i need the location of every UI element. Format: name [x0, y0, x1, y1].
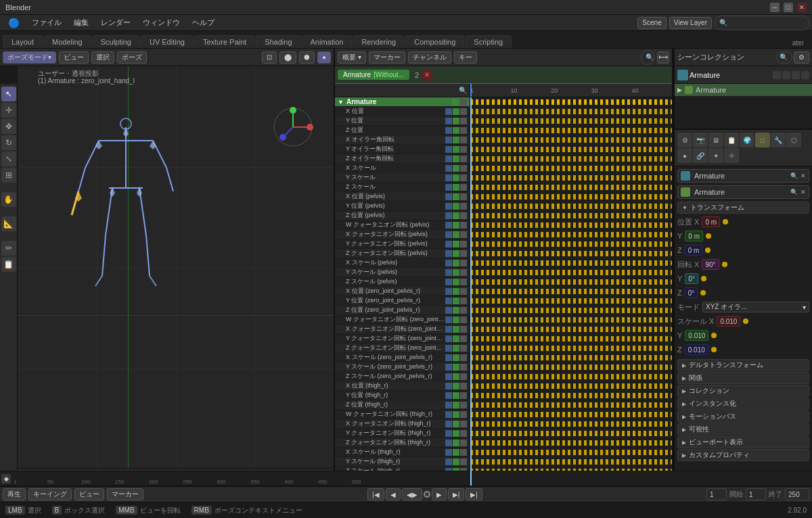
shading-material[interactable]: ⬢: [299, 51, 315, 64]
play-reverse-btn[interactable]: ◀▶: [402, 488, 422, 500]
channel-row[interactable]: Y スケール: [335, 173, 470, 183]
tool-select[interactable]: ↖: [1, 87, 16, 101]
keyframe-row[interactable]: [470, 173, 672, 183]
select-menu[interactable]: 選択: [91, 51, 114, 64]
scale-z-field[interactable]: 0.010: [685, 344, 708, 355]
maximize-btn[interactable]: □: [784, 3, 793, 12]
channel-row[interactable]: Z スケール (zero_joint_pelvis_r): [335, 372, 470, 381]
tool-annotate2[interactable]: 📋: [1, 257, 16, 272]
menu-window[interactable]: ウィンドウ: [137, 16, 185, 29]
tool-grab[interactable]: ✋: [1, 192, 16, 207]
keyframe-row[interactable]: [470, 344, 672, 353]
channel-row[interactable]: Y スケール (thigh_r): [335, 457, 470, 467]
channel-row[interactable]: Z オイラー角回転: [335, 154, 470, 164]
channel-row[interactable]: W クォータニオン回転 (zero_joint_pelvis_r): [335, 315, 470, 325]
keyframe-row[interactable]: [470, 287, 672, 296]
tab-uv-editing[interactable]: UV Editing: [141, 35, 194, 48]
prop-render-icon[interactable]: 📷: [693, 133, 708, 147]
play-btn[interactable]: ▶: [432, 488, 447, 500]
minimize-btn[interactable]: ─: [770, 3, 780, 12]
tool-cursor[interactable]: ✛: [1, 103, 16, 118]
keyframe-row[interactable]: [470, 249, 672, 258]
jump-start-btn[interactable]: |◀: [367, 488, 384, 500]
keyframe-row[interactable]: [470, 126, 672, 135]
channel-row[interactable]: Z クォータニオン回転 (pelvis): [335, 249, 470, 258]
menu-edit[interactable]: 編集: [68, 16, 94, 29]
channel-row[interactable]: Z クォータニオン回転 (zero_joint_pelvis_r): [335, 344, 470, 353]
keyframe-row[interactable]: [470, 277, 672, 287]
rotation-y-keyframe-dot[interactable]: [701, 276, 706, 281]
tab-sculpting[interactable]: Sculpting: [92, 35, 140, 48]
keyframe-row[interactable]: [470, 258, 672, 268]
menu-blender[interactable]: 🔵: [3, 16, 25, 30]
channel-row[interactable]: X 位置 (zero_joint_pelvis_r): [335, 287, 470, 296]
channel-row[interactable]: X スケール: [335, 164, 470, 173]
prop-object-icon[interactable]: □: [755, 133, 770, 147]
keyframe-row[interactable]: [470, 202, 672, 211]
keyframe-row[interactable]: [470, 268, 672, 277]
prop-data-icon[interactable]: ⬡: [786, 133, 801, 147]
keyframe-row[interactable]: [470, 325, 672, 334]
view-menu[interactable]: ビュー: [59, 51, 89, 64]
channel-row[interactable]: Y 位置: [335, 116, 470, 126]
scale-x-field[interactable]: 0.010: [717, 316, 740, 327]
keyframe-row[interactable]: [470, 448, 672, 457]
ds-channel-btn[interactable]: チャンネル: [408, 51, 451, 64]
tab-rendering[interactable]: Rendering: [353, 35, 405, 48]
keyframe-row[interactable]: [470, 116, 672, 126]
channel-row[interactable]: Z 位置 (pelvis): [335, 211, 470, 220]
keyframe-row[interactable]: [470, 457, 672, 467]
timeline-keying-btn[interactable]: キーイング: [28, 488, 72, 500]
prop-output-icon[interactable]: 🖥: [708, 133, 723, 147]
location-x-keyframe-dot[interactable]: [723, 219, 728, 225]
tool-rotate[interactable]: ↻: [1, 135, 16, 150]
rotation-z-keyframe-dot[interactable]: [700, 290, 706, 296]
scale-y-field[interactable]: 0.010: [685, 330, 708, 341]
channel-row[interactable]: X 位置 (thigh_r): [335, 381, 470, 391]
channel-row[interactable]: Z 位置: [335, 126, 470, 135]
menu-render[interactable]: レンダー: [95, 16, 136, 29]
keyframe-row[interactable]: [470, 183, 672, 192]
keyframe-row[interactable]: [470, 211, 672, 220]
location-z-field[interactable]: 0 m: [685, 245, 703, 256]
filter-close-btn[interactable]: ✕: [422, 70, 432, 80]
channel-armature[interactable]: ▼ Armature: [335, 97, 470, 107]
channel-row[interactable]: Y クォータニオン回転 (pelvis): [335, 239, 470, 249]
keyframe-row[interactable]: [470, 145, 672, 154]
channel-row[interactable]: Z クォータニオン回転 (thigh_r): [335, 438, 470, 448]
keyframe-row[interactable]: [470, 239, 672, 249]
timeline-play-btn[interactable]: 再生: [3, 488, 26, 500]
channel-row[interactable]: Y 位置 (pelvis): [335, 202, 470, 211]
jump-end-btn[interactable]: ▶|: [466, 488, 482, 500]
keyframe-row[interactable]: [470, 429, 672, 438]
channel-row[interactable]: X スケール (pelvis): [335, 258, 470, 268]
keyframe-row[interactable]: [470, 419, 672, 429]
channel-row[interactable]: W クォータニオン回転 (pelvis): [335, 220, 470, 230]
section-header[interactable]: ▶ カスタムプロパティ: [677, 449, 809, 461]
section-header[interactable]: ▶ コレクション: [677, 385, 809, 397]
tool-annotate[interactable]: ✏: [1, 241, 16, 256]
rotation-x-keyframe-dot[interactable]: [722, 262, 727, 267]
prop-material-icon[interactable]: ●: [677, 148, 692, 163]
channel-row[interactable]: Y クォータニオン回転 (zero_joint_pelvis_r): [335, 334, 470, 344]
channel-row[interactable]: Y クォータニオン回転 (thigh_r): [335, 429, 470, 438]
keyframe-row[interactable]: [470, 296, 672, 306]
tool-transform[interactable]: ⊞: [1, 168, 16, 183]
dopesheet-keyframes[interactable]: [470, 97, 672, 486]
keyframe-row[interactable]: [470, 315, 672, 325]
channel-row[interactable]: X クォータニオン回転 (thigh_r): [335, 419, 470, 429]
keyframe-row[interactable]: [470, 391, 672, 400]
ds-key-btn[interactable]: キー: [454, 51, 477, 64]
frame-end-field[interactable]: 250: [785, 488, 809, 500]
ruler-icon[interactable]: ◆: [1, 474, 11, 484]
tab-scripting[interactable]: Scripting: [465, 35, 512, 48]
section-header[interactable]: ▶ 可視性: [677, 423, 809, 435]
navigation-gizmo[interactable]: X Y Z: [273, 107, 313, 147]
keyframe-row[interactable]: [470, 438, 672, 448]
view-layer-selector[interactable]: View Layer: [669, 17, 712, 29]
section-header[interactable]: ▶ インスタンス化: [677, 398, 809, 410]
outliner-filter-btn[interactable]: ⚙: [794, 51, 809, 64]
frame-start-field[interactable]: 1: [746, 488, 766, 500]
armature-label[interactable]: Armature |Without...: [338, 70, 409, 80]
channel-row[interactable]: Z 位置 (thigh_r): [335, 400, 470, 410]
